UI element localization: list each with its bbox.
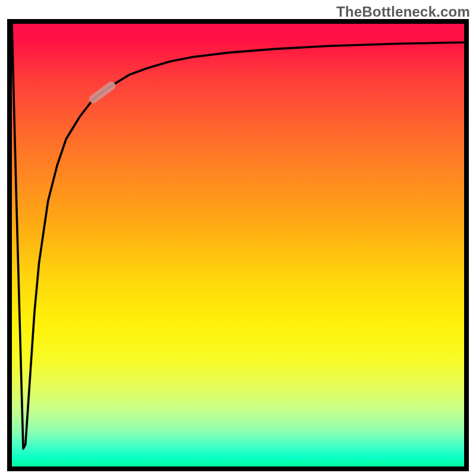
chart-frame — [7, 19, 469, 471]
bottleneck-curve — [12, 24, 464, 449]
chart-svg — [12, 24, 464, 466]
watermark-label: TheBottleneck.com — [336, 4, 470, 20]
highlight-segment — [93, 86, 111, 99]
